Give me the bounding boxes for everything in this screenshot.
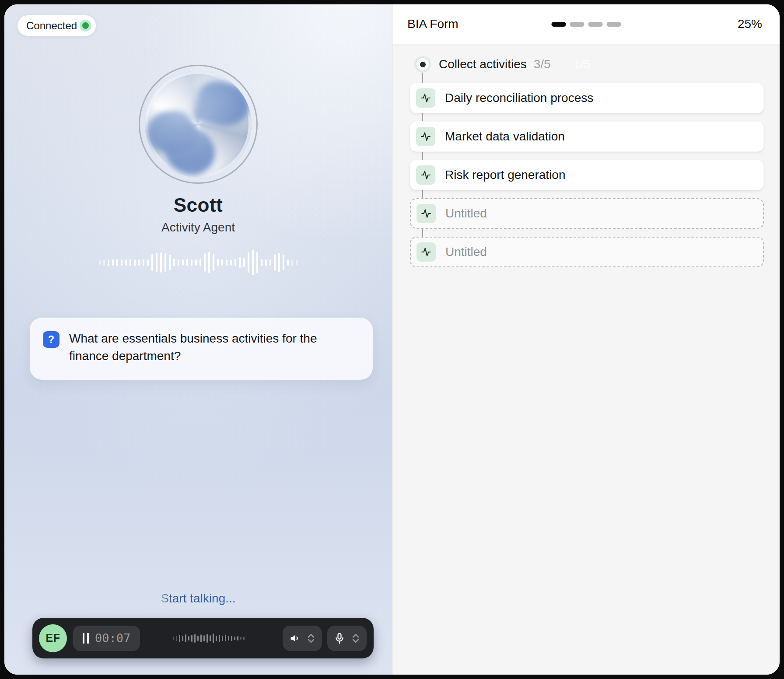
waveform-bar <box>240 637 242 640</box>
waveform-bar <box>278 253 280 272</box>
waveform-bar <box>178 259 179 266</box>
waveform-bar <box>176 636 177 641</box>
waveform-bar <box>216 636 217 641</box>
waveform-bar <box>203 635 205 641</box>
waveform-bar <box>222 636 223 641</box>
question-text: What are essentials business activities … <box>69 330 355 365</box>
waveform-bar <box>200 634 202 642</box>
avatar-sheen <box>145 71 252 178</box>
waveform-bar <box>213 634 214 643</box>
waveform-bar <box>243 258 245 267</box>
activity-label: Untitled <box>445 206 487 220</box>
activity-pulse-icon <box>416 242 436 262</box>
waveform-bar <box>182 259 184 266</box>
waveform-bar <box>210 635 211 641</box>
waveform-bar <box>206 634 208 643</box>
waveform-bar <box>134 259 136 266</box>
waveform-bar <box>270 259 271 266</box>
waveform-bar <box>195 259 197 266</box>
waveform-bar <box>185 634 186 642</box>
waveform-bar <box>287 259 289 266</box>
waveform-bar <box>116 259 118 266</box>
waveform-bar <box>228 636 229 640</box>
form-body: Collect activities 3/5 1/5 Daily reconci… <box>392 44 780 267</box>
waveform-bar <box>261 259 262 266</box>
waveform-bar <box>252 250 254 275</box>
start-talking-prompt: Start talking... <box>161 592 235 606</box>
waveform-bar <box>186 259 188 266</box>
connection-status-badge: Connected <box>18 15 96 36</box>
step-label: Collect activities <box>439 57 527 71</box>
activity-card[interactable]: Market data validation <box>410 121 764 152</box>
question-bubble: ? What are essentials business activitie… <box>30 318 373 380</box>
microphone-input-selector[interactable] <box>327 626 367 651</box>
waveform-bar <box>283 255 284 270</box>
chevron-up-down-icon <box>351 633 360 644</box>
call-control-bar: EF 00:07 <box>32 618 374 658</box>
pause-icon <box>83 633 89 644</box>
activity-pulse-icon <box>416 165 435 185</box>
waveform-bar <box>156 253 158 272</box>
waveform-bar <box>204 253 206 272</box>
waveform-bar <box>243 637 245 640</box>
speaker-output-selector[interactable] <box>283 626 322 651</box>
waveform-bar <box>182 636 183 641</box>
speaker-icon <box>289 632 301 644</box>
pause-timer-button[interactable]: 00:07 <box>73 626 140 651</box>
status-dot-icon <box>82 22 89 29</box>
agent-avatar <box>139 65 258 184</box>
form-header: BIA Form 25% <box>392 4 780 44</box>
progress-segment <box>606 22 621 27</box>
waveform-bar <box>99 260 101 265</box>
form-title: BIA Form <box>407 17 458 31</box>
activity-card[interactable]: Risk report generation <box>410 160 764 190</box>
waveform-bar <box>103 260 105 266</box>
waveform-bar <box>208 252 210 273</box>
progress-percent: 25% <box>738 17 762 31</box>
waveform-bar <box>219 635 220 642</box>
waveform-bar <box>173 637 174 640</box>
waveform-bar <box>112 259 114 266</box>
mini-waveform <box>140 630 277 647</box>
waveform-bar <box>179 635 180 642</box>
waveform-bar <box>200 259 201 266</box>
question-mark-icon: ? <box>43 331 60 348</box>
waveform-bar <box>138 259 140 266</box>
waveform-bar <box>194 634 196 643</box>
microphone-icon <box>333 632 346 644</box>
user-avatar[interactable]: EF <box>39 624 67 652</box>
waveform-bar <box>197 636 199 641</box>
step-radio-icon[interactable] <box>416 58 429 70</box>
waveform-bar <box>213 254 214 271</box>
waveform-bar <box>160 252 162 273</box>
pinwheel-avatar-icon <box>145 71 252 178</box>
progress-segment <box>570 22 584 27</box>
activity-card[interactable]: Untitled <box>410 237 764 267</box>
app-window: Connected Scott Activity Agent ? What ar… <box>4 4 780 675</box>
activity-pulse-icon <box>416 127 435 146</box>
waveform-bar <box>191 259 192 266</box>
waveform-bar <box>147 259 149 266</box>
waveform-bar <box>169 255 171 270</box>
step-count-ghost: 1/5 <box>574 57 591 71</box>
agent-role: Activity Agent <box>161 220 235 234</box>
waveform-bar <box>296 260 298 265</box>
progress-segments <box>551 22 621 27</box>
bia-form-panel: BIA Form 25% Collect activities 3/5 1/5 … <box>392 4 780 675</box>
waveform-bar <box>143 259 144 266</box>
agent-block: Scott Activity Agent <box>4 65 392 276</box>
waveform-bar <box>191 635 192 642</box>
waveform-bar <box>164 253 166 272</box>
activity-card[interactable]: Daily reconciliation process <box>410 83 764 113</box>
waveform-bar <box>234 259 236 266</box>
spacer <box>4 380 392 592</box>
step-collect-activities: Collect activities 3/5 1/5 <box>416 44 764 71</box>
activity-label: Daily reconciliation process <box>445 91 593 105</box>
waveform-bar <box>230 260 232 266</box>
waveform-bar <box>226 259 228 266</box>
waveform-bar <box>108 259 109 266</box>
waveform-bar <box>121 259 122 266</box>
waveform-bar <box>225 635 226 641</box>
activity-card[interactable]: Untitled <box>410 198 764 229</box>
progress-segment-active <box>551 22 566 27</box>
